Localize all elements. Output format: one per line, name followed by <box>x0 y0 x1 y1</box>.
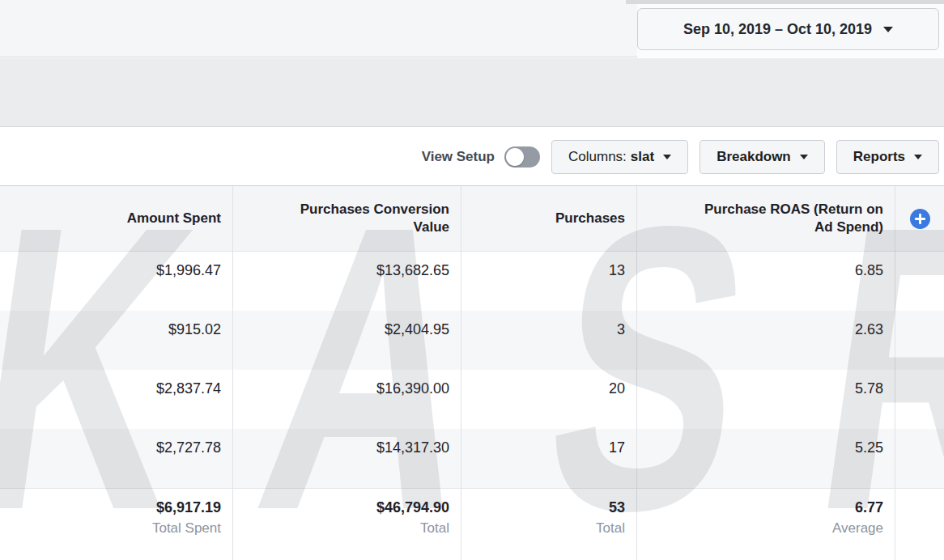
cell-purchases: 13 <box>461 252 637 311</box>
cell-amount-spent: $1,996.47 <box>3 252 233 311</box>
total-purchases-conversion-value: $46,794.90 Total <box>233 488 461 560</box>
total-label: Total Spent <box>15 520 221 537</box>
columns-value-label: slat <box>631 149 654 165</box>
add-column-cell <box>895 186 944 252</box>
columns-prefix-label: Columns: <box>568 149 627 165</box>
column-header-purchases[interactable]: Purchases <box>461 186 637 252</box>
secondary-band <box>0 58 944 127</box>
reports-label: Reports <box>853 149 905 165</box>
cell-purchases-conversion-value: $16,390.00 <box>233 370 461 429</box>
total-purchases: 53 Total <box>461 488 637 560</box>
cell-purchases-conversion-value: $2,404.95 <box>233 311 461 370</box>
top-edge-strip <box>626 0 944 4</box>
cell-purchase-roas: 6.85 <box>637 252 895 311</box>
reports-dropdown-button[interactable]: Reports <box>836 140 939 174</box>
caret-down-icon <box>883 27 893 32</box>
total-value: 6.77 <box>648 499 883 516</box>
date-range-button[interactable]: Sep 10, 2019 – Oct 10, 2019 <box>637 8 939 50</box>
column-header-purchases-conversion-value[interactable]: Purchases Conversion Value <box>233 186 461 252</box>
cell-purchase-roas: 5.25 <box>637 429 895 488</box>
cell-purchases: 17 <box>461 429 637 488</box>
breakdown-dropdown-button[interactable]: Breakdown <box>699 140 825 174</box>
caret-down-icon <box>800 155 808 159</box>
date-range-label: Sep 10, 2019 – Oct 10, 2019 <box>683 21 872 38</box>
caret-down-icon <box>914 155 922 159</box>
total-label: Total <box>245 520 449 537</box>
total-value: $46,794.90 <box>245 499 449 516</box>
column-header-amount-spent[interactable]: Amount Spent <box>3 186 233 252</box>
cell-purchases: 20 <box>461 370 637 429</box>
caret-down-icon <box>663 155 671 159</box>
column-header-purchase-roas[interactable]: Purchase ROAS (Return on Ad Spend) <box>637 186 895 252</box>
cell-purchase-roas: 2.63 <box>637 311 895 370</box>
cell-empty <box>895 429 944 488</box>
total-value: $6,917.19 <box>15 499 221 516</box>
add-column-icon[interactable] <box>910 209 930 229</box>
view-setup-toggle[interactable] <box>504 146 540 168</box>
total-amount-spent: $6,917.19 Total Spent <box>3 488 233 560</box>
columns-dropdown-button[interactable]: Columns: slat <box>551 140 688 174</box>
metrics-table: Amount Spent Purchases Conversion Value … <box>0 185 944 560</box>
total-label: Total <box>473 520 625 537</box>
table-toolbar: View Setup Columns: slat Breakdown Repor… <box>0 128 944 185</box>
cell-empty <box>895 311 944 370</box>
total-purchase-roas: 6.77 Average <box>637 488 895 560</box>
breakdown-label: Breakdown <box>717 149 791 165</box>
total-label: Average <box>648 520 883 537</box>
cell-amount-spent: $2,837.74 <box>3 370 233 429</box>
cell-amount-spent: $915.02 <box>3 311 233 370</box>
cell-purchases-conversion-value: $13,682.65 <box>233 252 461 311</box>
cell-amount-spent: $2,727.78 <box>3 429 233 488</box>
ads-manager-screen: Sep 10, 2019 – Oct 10, 2019 View Setup C… <box>0 0 944 560</box>
cell-purchases: 3 <box>461 311 637 370</box>
top-band: Sep 10, 2019 – Oct 10, 2019 <box>0 0 944 57</box>
total-value: 53 <box>473 499 625 516</box>
cell-empty <box>895 252 944 311</box>
total-empty <box>895 488 944 560</box>
cell-empty <box>895 370 944 429</box>
cell-purchase-roas: 5.78 <box>637 370 895 429</box>
view-setup-label: View Setup <box>422 149 495 165</box>
cell-purchases-conversion-value: $14,317.30 <box>233 429 461 488</box>
